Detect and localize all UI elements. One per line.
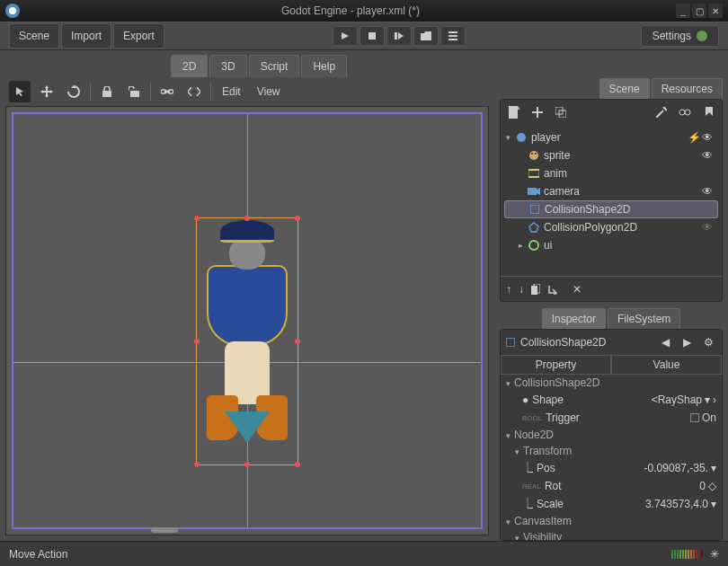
prop-pos[interactable]: ⎿Pos -0.09087,-35.▾ bbox=[501, 459, 722, 477]
new-node-icon[interactable] bbox=[506, 104, 522, 120]
tree-node-anim[interactable]: anim bbox=[504, 164, 718, 182]
code-tool[interactable] bbox=[183, 81, 205, 102]
script-indicator-icon[interactable]: ⚡ bbox=[688, 131, 702, 144]
vector-icon: ⎿ bbox=[522, 462, 533, 474]
tree-node-player[interactable]: ▾ player ⚡ 👁 bbox=[504, 128, 718, 146]
node2d-icon bbox=[515, 131, 528, 144]
expand-icon[interactable]: ▾ bbox=[506, 133, 515, 142]
tab-resources-panel[interactable]: Resources bbox=[652, 78, 723, 99]
unlock-tool[interactable] bbox=[123, 81, 145, 102]
add-node-icon[interactable] bbox=[529, 104, 546, 120]
move-down-icon[interactable]: ↓ bbox=[519, 283, 524, 296]
stop-button[interactable] bbox=[360, 26, 385, 46]
group-node2d[interactable]: Node2D bbox=[501, 427, 722, 443]
tab-3d[interactable]: 3D bbox=[209, 55, 246, 77]
col-property: Property bbox=[501, 355, 611, 375]
menu-export[interactable]: Export bbox=[113, 23, 164, 49]
connect-icon[interactable] bbox=[653, 104, 670, 120]
select-tool[interactable] bbox=[9, 81, 31, 102]
dropdown-icon[interactable]: ▾ bbox=[711, 462, 716, 474]
play-button[interactable] bbox=[333, 26, 358, 46]
move-tool[interactable] bbox=[36, 81, 58, 102]
play-scene-button[interactable] bbox=[386, 26, 412, 46]
view-menu[interactable]: View bbox=[252, 82, 286, 102]
minimize-button[interactable]: _ bbox=[676, 4, 690, 18]
edit-menu[interactable]: Edit bbox=[217, 82, 246, 102]
prop-trigger[interactable]: BOOLTrigger On bbox=[501, 409, 722, 427]
gear-icon[interactable]: ⚙ bbox=[700, 336, 716, 349]
spinner-icon: ✳ bbox=[710, 548, 719, 561]
settings-label: Settings bbox=[653, 30, 691, 42]
prop-shape[interactable]: ●Shape <RayShap▾› bbox=[501, 391, 722, 409]
svg-point-25 bbox=[531, 153, 533, 155]
tree-node-collisionpolygon[interactable]: CollisionPolygon2D 👁 bbox=[504, 218, 718, 236]
duplicate-icon[interactable] bbox=[531, 284, 540, 295]
close-button[interactable]: ✕ bbox=[708, 4, 723, 18]
handle-bc[interactable] bbox=[244, 462, 250, 467]
tab-filesystem[interactable]: FileSystem bbox=[608, 308, 680, 329]
folder-button[interactable] bbox=[413, 26, 439, 46]
move-up-icon[interactable]: ↑ bbox=[506, 283, 511, 296]
history-forward-icon[interactable]: ▶ bbox=[679, 336, 695, 349]
handle-tl[interactable] bbox=[194, 216, 200, 221]
maximize-button[interactable]: ▢ bbox=[692, 4, 706, 18]
dropdown-icon[interactable]: ▾ bbox=[711, 498, 716, 510]
svg-rect-15 bbox=[509, 106, 518, 119]
handle-tc[interactable] bbox=[244, 216, 250, 221]
reparent-icon[interactable] bbox=[547, 284, 558, 295]
handle-mr[interactable] bbox=[295, 339, 300, 344]
status-message: Move Action bbox=[9, 548, 671, 561]
menu-import[interactable]: Import bbox=[61, 23, 111, 49]
scene-tree[interactable]: ▾ player ⚡ 👁 sprite 👁 anim bbox=[501, 125, 722, 276]
prop-rot[interactable]: REALRot 0◇ bbox=[501, 477, 722, 495]
delete-icon[interactable]: ✕ bbox=[573, 283, 582, 296]
svg-rect-2 bbox=[368, 32, 376, 40]
visibility-hidden-icon[interactable]: 👁 bbox=[702, 221, 716, 234]
subgroup-visibility[interactable]: Visibility bbox=[501, 529, 722, 540]
prop-scale[interactable]: ⎿Scale 3.743573,4.0▾ bbox=[501, 495, 722, 513]
menu-scene[interactable]: Scene bbox=[9, 23, 59, 49]
svg-point-34 bbox=[529, 241, 538, 250]
tab-2d[interactable]: 2D bbox=[171, 55, 208, 77]
svg-point-0 bbox=[9, 7, 16, 14]
tab-scene-panel[interactable]: Scene bbox=[599, 78, 650, 99]
selection-box[interactable] bbox=[196, 217, 298, 465]
tree-node-collisionshape[interactable]: CollisionShape2D bbox=[504, 200, 718, 218]
more-icon[interactable]: › bbox=[713, 394, 716, 406]
tab-help[interactable]: Help bbox=[301, 55, 347, 77]
groups-icon[interactable] bbox=[677, 104, 693, 120]
script-icon[interactable] bbox=[700, 104, 716, 120]
collisionshape-icon bbox=[506, 338, 515, 347]
tree-node-ui[interactable]: ▸ ui bbox=[504, 236, 718, 254]
link-tool[interactable] bbox=[156, 81, 178, 102]
handle-br[interactable] bbox=[295, 462, 300, 467]
tree-node-sprite[interactable]: sprite 👁 bbox=[504, 146, 718, 164]
viewport-2d[interactable] bbox=[5, 106, 489, 535]
tab-inspector[interactable]: Inspector bbox=[542, 308, 606, 329]
subgroup-transform[interactable]: Transform bbox=[501, 443, 722, 459]
svg-point-22 bbox=[685, 110, 690, 115]
checkbox-off[interactable] bbox=[690, 413, 699, 422]
svg-rect-7 bbox=[448, 39, 457, 40]
expand-icon[interactable]: ▸ bbox=[519, 241, 528, 250]
tab-script[interactable]: Script bbox=[249, 55, 300, 77]
h-scrollbar[interactable] bbox=[151, 527, 178, 533]
spinner-icon[interactable]: ◇ bbox=[708, 480, 716, 492]
history-back-icon[interactable]: ◀ bbox=[657, 336, 673, 349]
handle-bl[interactable] bbox=[194, 462, 200, 467]
status-dot-icon bbox=[697, 31, 707, 41]
dropdown-icon[interactable]: ▾ bbox=[705, 394, 710, 406]
handle-tr[interactable] bbox=[295, 216, 300, 221]
visibility-icon[interactable]: 👁 bbox=[702, 149, 716, 162]
visibility-icon[interactable]: 👁 bbox=[702, 185, 716, 198]
group-collisionshape[interactable]: CollisionShape2D bbox=[501, 375, 722, 391]
tree-node-camera[interactable]: camera 👁 bbox=[504, 182, 718, 200]
group-canvasitem[interactable]: CanvasItem bbox=[501, 513, 722, 529]
visibility-icon[interactable]: 👁 bbox=[702, 131, 716, 144]
lock-tool[interactable] bbox=[96, 81, 118, 102]
rotate-tool[interactable] bbox=[63, 81, 84, 102]
settings-button[interactable]: Settings bbox=[641, 25, 719, 47]
list-button[interactable] bbox=[440, 26, 466, 46]
instance-icon[interactable] bbox=[553, 104, 569, 120]
handle-ml[interactable] bbox=[194, 339, 200, 344]
